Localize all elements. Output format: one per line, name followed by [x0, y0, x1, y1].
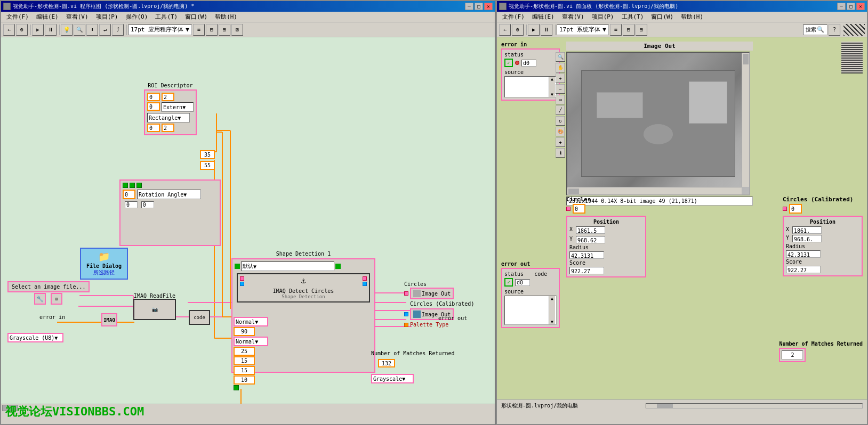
menu-view[interactable]: 查看(V)	[63, 12, 92, 22]
roi-val-4[interactable]: 2	[162, 124, 174, 132]
image-hscroll[interactable]	[567, 187, 742, 194]
cross-icon[interactable]: ✚	[556, 137, 565, 147]
eo-scroll-down[interactable]: ▼	[549, 320, 555, 324]
align-btn[interactable]: ≡	[193, 24, 205, 36]
rect-select-icon[interactable]: ▭	[556, 95, 565, 104]
roi-val-3[interactable]: 0	[147, 124, 160, 132]
extern-dropdown[interactable]: Extern▼	[162, 102, 194, 112]
plus-icon[interactable]: +	[556, 73, 565, 83]
fp-menu-help[interactable]: 帮助(H)	[678, 12, 706, 22]
image-vscroll-thumb[interactable]	[743, 54, 749, 64]
roi-val-2[interactable]: 0	[147, 102, 160, 111]
source-input[interactable]: ▲ ▼	[504, 76, 557, 97]
search-icon[interactable]: 🔍	[816, 26, 825, 34]
rect-dropdown[interactable]: Rectangle▼	[147, 113, 190, 122]
resize-btn[interactable]: ⊞	[219, 24, 230, 36]
num-35[interactable]: 35	[200, 150, 215, 159]
info-icon[interactable]: ℹ	[556, 148, 565, 158]
fp-menu-window[interactable]: 窗口(W)	[648, 12, 677, 22]
step3-btn[interactable]: ⤴	[112, 24, 124, 36]
step2-btn[interactable]: ↵	[99, 24, 111, 36]
fp-menu-tools[interactable]: 工具(T)	[618, 12, 647, 22]
fp-back-btn[interactable]: ←	[499, 24, 511, 36]
image-vscroll[interactable]	[742, 53, 749, 187]
font-dropdown[interactable]: 17pt 应用程序字体 ▼	[128, 24, 192, 35]
menu-operate[interactable]: 操作(O)	[123, 12, 151, 22]
small-block2[interactable]: ⊞	[51, 293, 62, 305]
pause-btn[interactable]: ⏸	[45, 24, 57, 36]
eo-scroll-up[interactable]: ▲	[549, 296, 555, 301]
fp-menu-file[interactable]: 文件(F)	[499, 12, 528, 22]
back-btn[interactable]: ←	[3, 24, 15, 36]
normal2-dropdown[interactable]: Normal▼	[234, 337, 268, 346]
num-90-box[interactable]: 90	[234, 327, 255, 336]
menu-tools[interactable]: 工具(T)	[152, 12, 181, 22]
circles-index[interactable]: 0	[573, 204, 585, 214]
fp-resize-btn[interactable]: ⊞	[636, 24, 647, 36]
fp-help-btn[interactable]: ?	[829, 24, 840, 36]
fp-run-btn[interactable]: ▶	[528, 24, 540, 36]
fp-align-btn[interactable]: ≡	[610, 24, 622, 36]
error-out-scrollbar[interactable]: ▲ ▼	[549, 296, 555, 324]
num-10-box[interactable]: 10	[234, 375, 255, 385]
roi-val-1[interactable]: 2	[162, 93, 174, 101]
normal1-dropdown[interactable]: Normal▼	[234, 317, 268, 326]
dist-btn[interactable]: ⊟	[206, 24, 218, 36]
image-scroll-thumb[interactable]	[568, 189, 579, 194]
imaq-small-block[interactable]: IMAQ	[101, 313, 117, 326]
rotation-input[interactable]: 0	[123, 190, 135, 199]
fp-pause-btn[interactable]: ⏸	[541, 24, 552, 36]
step-btn[interactable]: ⬇	[86, 24, 98, 36]
block-diag-titlebar[interactable]: 视觉助手-形状检测-圆.vi 程序框图 (形状检测-圆.lvproj/我的电脑)…	[1, 1, 495, 12]
minus-icon[interactable]: −	[556, 84, 565, 94]
menu-window[interactable]: 窗口(W)	[182, 12, 211, 22]
image-display[interactable]	[566, 52, 750, 195]
fp-menu-view[interactable]: 查看(V)	[559, 12, 588, 22]
circles-cal-index[interactable]: 0	[789, 204, 802, 214]
roi-val-0[interactable]: 0	[147, 93, 160, 101]
num-25-box[interactable]: 25	[234, 347, 255, 356]
minimize-btn[interactable]: ─	[465, 3, 473, 10]
fp-font-dropdown[interactable]: 17pt 系统字体▼	[557, 24, 609, 35]
grayscale2-dropdown[interactable]: Grayscale▼	[371, 374, 414, 383]
line-icon[interactable]: ╱	[556, 105, 565, 115]
front-panel-titlebar[interactable]: 视觉助手-形状检测-圆.vi 前面板 (形状检测-圆.lvproj/我的电脑) …	[497, 1, 867, 12]
order-btn[interactable]: ⊠	[231, 24, 243, 36]
num-15b-box[interactable]: 15	[234, 366, 255, 375]
fp-settings-btn[interactable]: ⚙	[512, 24, 524, 36]
imaq-readfile-block[interactable]: 📷	[133, 299, 176, 320]
fp-scroll-thumb[interactable]	[657, 404, 673, 408]
zoom-in-icon[interactable]: 🔍	[556, 52, 565, 62]
rotation-dropdown[interactable]: Rotation Angle▼	[137, 190, 201, 199]
rotate-icon[interactable]: ↻	[556, 116, 565, 126]
fp-dist-btn[interactable]: ⊟	[623, 24, 634, 36]
hand-icon[interactable]: ✋	[556, 63, 565, 72]
code-block[interactable]: code	[189, 310, 210, 325]
run-btn[interactable]: ▶	[32, 24, 44, 36]
fp-close-btn[interactable]: ✕	[856, 3, 865, 10]
fp-minimize-btn[interactable]: ─	[837, 3, 846, 10]
menu-help[interactable]: 帮助(H)	[212, 12, 240, 22]
small-icon-block[interactable]: 🔧	[34, 293, 46, 305]
palette-icon[interactable]: 🎨	[556, 127, 565, 136]
source-scrollbar[interactable]: ▲ ▼	[549, 77, 555, 97]
default-dropdown[interactable]: 默认▼	[241, 261, 334, 271]
debug-btn[interactable]: 🔍	[74, 24, 85, 36]
scroll-down[interactable]: ▼	[549, 92, 555, 97]
fp-maximize-btn[interactable]: □	[847, 3, 855, 10]
num-15a-box[interactable]: 15	[234, 356, 255, 365]
file-dialog-block[interactable]: 📁 File Dialog 所选路径	[80, 248, 128, 280]
bulb-btn[interactable]: 💡	[61, 24, 73, 36]
num-55[interactable]: 55	[200, 161, 215, 170]
menu-file[interactable]: 文件(F)	[3, 12, 32, 22]
close-btn[interactable]: ✕	[484, 3, 493, 10]
menu-edit[interactable]: 编辑(E)	[33, 12, 62, 22]
search-input-text[interactable]: 搜索	[806, 26, 816, 34]
menu-project[interactable]: 项目(P)	[93, 12, 122, 22]
fp-scrollbar[interactable]	[646, 403, 863, 408]
fp-menu-project[interactable]: 项目(P)	[589, 12, 617, 22]
fp-menu-edit[interactable]: 编辑(E)	[529, 12, 558, 22]
search-box[interactable]: 搜索 🔍	[803, 24, 827, 35]
settings-btn[interactable]: ⚙	[16, 24, 28, 36]
grayscale-dropdown[interactable]: Grayscale (U8)▼	[7, 333, 63, 342]
